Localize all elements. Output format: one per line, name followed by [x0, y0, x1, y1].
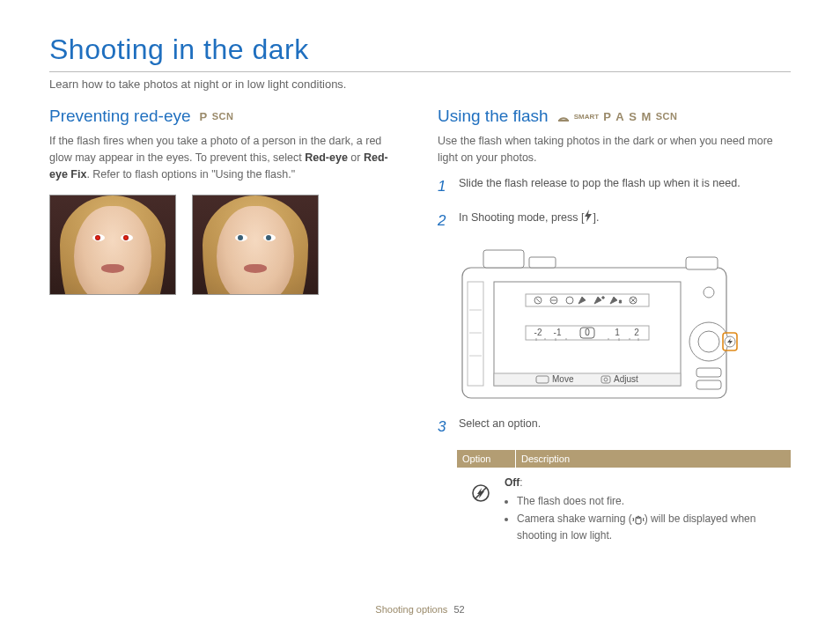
step-3: 3 Select an option. [438, 416, 791, 439]
svg-rect-2 [483, 250, 524, 268]
svg-rect-23 [494, 373, 681, 386]
modes-redeye: P SCN [200, 110, 234, 123]
off-bullet-1: The flash does not fire. [517, 493, 791, 510]
option-table-head: Option Description [457, 450, 791, 468]
svg-rect-0 [558, 120, 569, 122]
option-row-off: Off: The flash does not fire. Camera sha… [457, 468, 791, 545]
off-bullet-2: Camera shake warning () will be displaye… [517, 511, 791, 543]
svg-rect-32 [696, 368, 721, 377]
label-adjust: Adjust [614, 374, 638, 384]
off-label: Off [505, 476, 519, 489]
heading-flash-text: Using the flash [438, 107, 549, 126]
mode-s: S [629, 110, 637, 123]
scale-r1: 1 [615, 328, 620, 337]
step-2: 2 In Shooting mode, press []. [438, 210, 791, 232]
option-off-icon [457, 475, 505, 503]
step-1-text: Slide the flash release to pop the flash… [459, 175, 741, 198]
camera-diagram: s -2 -1 0 1 2 [457, 245, 791, 407]
hand-shake-icon [632, 512, 645, 525]
col-right: Using the flash SMART P A S M SCN Use th… [438, 107, 791, 545]
svg-rect-6 [526, 294, 649, 306]
step-1: 1 Slide the flash release to pop the fla… [438, 175, 791, 198]
mode-p2: P [603, 110, 611, 123]
redeye-b1: Red-eye [305, 151, 348, 164]
svg-rect-34 [468, 282, 483, 386]
flash-steps: 1 Slide the flash release to pop the fla… [438, 175, 791, 232]
page-title: Shooting in the dark [49, 33, 791, 66]
th-option: Option [457, 450, 516, 468]
mode-p: P [200, 110, 208, 123]
photo-redeye-before [49, 195, 176, 295]
mode-m: M [641, 110, 651, 123]
option-table: Option Description Off: The flash does n… [457, 450, 791, 545]
mode-a: A [615, 110, 624, 123]
page-footer: Shooting options 52 [0, 604, 840, 615]
manual-page: Shooting in the dark Learn how to take p… [0, 0, 840, 634]
footer-page: 52 [453, 604, 464, 615]
flash-intro: Use the flash when taking photos in the … [438, 133, 791, 166]
modes-flash: SMART P A S M SCN [557, 110, 678, 123]
svg-rect-33 [696, 380, 721, 389]
mode-smart-icon [557, 110, 570, 123]
svg-point-31 [704, 287, 714, 298]
col-left: Preventing red-eye P SCN If the flash fi… [49, 107, 402, 545]
mode-scn: SCN [212, 111, 234, 122]
svg-rect-3 [529, 257, 556, 268]
flash-icon [584, 210, 593, 227]
svg-text:s: s [619, 299, 622, 304]
heading-flash: Using the flash SMART P A S M SCN [438, 107, 791, 126]
step-2-text: In Shooting mode, press []. [459, 210, 599, 232]
scale-0: 0 [585, 328, 590, 337]
th-description: Description [516, 450, 791, 468]
example-photos [49, 195, 402, 295]
step-2-num: 2 [438, 210, 450, 232]
redeye-mid: or [348, 151, 364, 164]
svg-point-28 [698, 331, 719, 352]
redeye-body: If the flash fires when you take a photo… [49, 133, 402, 182]
step-2b: ]. [593, 211, 599, 224]
scale-l1: -1 [554, 328, 562, 337]
footer-section: Shooting options [375, 604, 447, 615]
redeye-post: . Refer to flash options in "Using the f… [86, 168, 295, 181]
mode-scn2: SCN [656, 111, 678, 122]
heading-redeye: Preventing red-eye P SCN [49, 107, 402, 126]
step-1-num: 1 [438, 175, 450, 198]
off-b2a: Camera shake warning ( [517, 512, 632, 525]
step-2a: In Shooting mode, press [ [459, 211, 584, 224]
scale-r2: 2 [634, 328, 639, 337]
title-rule [49, 71, 791, 72]
option-off-desc: Off: The flash does not fire. Camera sha… [505, 475, 791, 545]
step-3-text: Select an option. [459, 416, 541, 439]
svg-point-10 [602, 296, 605, 299]
off-colon: : [519, 476, 522, 489]
columns: Preventing red-eye P SCN If the flash fi… [49, 107, 791, 545]
label-move: Move [552, 374, 574, 384]
step-3-num: 3 [438, 416, 450, 439]
svg-rect-4 [686, 257, 718, 269]
scale-l2: -2 [534, 328, 542, 337]
photo-redeye-after [192, 195, 319, 295]
page-lead: Learn how to take photos at night or in … [49, 77, 791, 91]
mode-smart: SMART [574, 113, 599, 121]
heading-redeye-text: Preventing red-eye [49, 107, 191, 126]
